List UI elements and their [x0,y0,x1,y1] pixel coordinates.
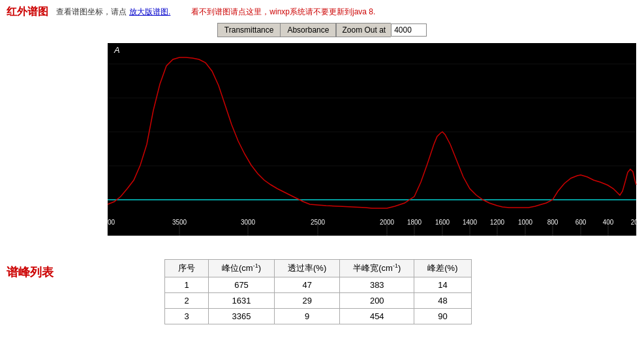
table-cell: 48 [414,293,471,309]
table-cell: 383 [340,277,414,293]
link-prefix: 查看谱图坐标，请点 [56,7,127,18]
table-header-row: 序号 峰位(cm-1) 透过率(%) 半峰宽(cm-1) 峰差(%) [165,260,472,277]
page-title: 红外谱图 [7,5,48,19]
header-links: 查看谱图坐标，请点 放大版谱图. [56,7,170,18]
table-cell: 14 [414,277,471,293]
peaks-table: 序号 峰位(cm-1) 透过率(%) 半峰宽(cm-1) 峰差(%) 16754… [164,259,472,324]
table-section: 谱峰列表 序号 峰位(cm-1) 透过率(%) 半峰宽(cm-1) 峰差(%) … [7,259,637,324]
table-cell: 200 [340,293,414,309]
table-title: 谱峰列表 [7,264,54,280]
col-header-halfwidth: 半峰宽(cm-1) [340,260,414,277]
controls-row: Transmittance Absorbance Zoom Out at [7,23,637,37]
svg-text:0.3: 0.3 [90,161,100,169]
col-header-diff: 峰差(%) [414,260,471,277]
ir-chart: A 0.9 0.7 0.5 0.3 0.1 [7,40,644,249]
enlarge-link[interactable]: 放大版谱图. [129,7,170,18]
table-cell: 9 [275,309,340,324]
table-cell: 454 [340,309,414,324]
table-cell: 1 [165,277,209,293]
col-header-transmittance: 透过率(%) [275,260,340,277]
table-cell: 90 [414,309,471,324]
table-row: 33365945490 [165,309,472,324]
absorbance-button[interactable]: Absorbance [280,23,336,37]
table-row: 16754738314 [165,277,472,293]
svg-text:0.1: 0.1 [90,195,100,203]
svg-text:0.7: 0.7 [90,93,100,101]
y-axis-label: A [114,45,120,55]
zoom-input[interactable] [391,24,427,37]
zoom-out-label: Zoom Out at [336,23,391,37]
table-cell: 29 [275,293,340,309]
table-cell: 675 [209,277,275,293]
table-cell: 3365 [209,309,275,324]
transmittance-button[interactable]: Transmittance [217,23,281,37]
table-row: 216312920048 [165,293,472,309]
col-header-peak: 峰位(cm-1) [209,260,275,277]
svg-text:0.9: 0.9 [90,59,100,67]
svg-text:Wavenumber 1/cm: Wavenumber 1/cm [339,235,405,244]
table-cell: 3 [165,309,209,324]
col-header-index: 序号 [165,260,209,277]
table-cell: 1631 [209,293,275,309]
table-cell: 2 [165,293,209,309]
svg-rect-0 [108,43,636,236]
svg-text:0.5: 0.5 [90,127,100,135]
warning-text: 看不到谱图请点这里，winxp系统请不要更新到java 8. [191,7,375,18]
table-cell: 47 [275,277,340,293]
